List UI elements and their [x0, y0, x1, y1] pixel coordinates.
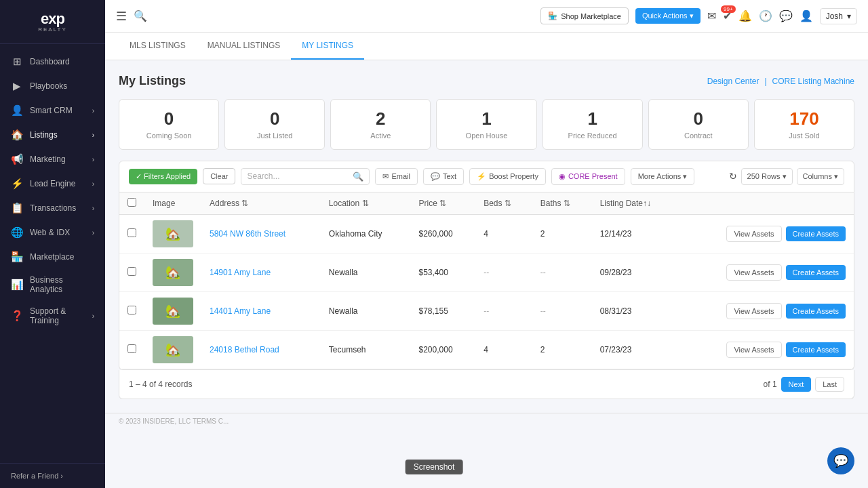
sidebar-item-label: Lead Engine: [30, 179, 75, 188]
tab-manual-listings[interactable]: MANUAL LISTINGS: [197, 33, 292, 60]
main-wrapper: ☰ 🔍 🏪 Shop Marketplace Quick Actions ▾ ✉…: [105, 0, 868, 488]
stat-card-just-listed[interactable]: 0 Just Listed: [224, 99, 325, 150]
address-link[interactable]: 5804 NW 86th Street: [210, 229, 285, 239]
boost-property-button[interactable]: ⚡ Boost Property: [469, 168, 546, 185]
next-button[interactable]: Next: [781, 377, 812, 392]
address-col-header[interactable]: Address ⇅: [201, 192, 321, 215]
sidebar-footer: Refer a Friend ›: [0, 463, 105, 488]
sidebar-item-playbooks[interactable]: ▶ Playbooks: [0, 74, 105, 98]
email-icon-topbar[interactable]: ✉: [707, 9, 716, 22]
stat-label-contract: Contract: [660, 131, 737, 140]
create-assets-button[interactable]: Create Assets: [786, 226, 846, 241]
columns-button[interactable]: Columns ▾: [797, 168, 844, 185]
more-actions-button[interactable]: More Actions ▾: [631, 168, 695, 185]
address-link[interactable]: 14901 Amy Lane: [210, 268, 271, 277]
table-body: 🏡 5804 NW 86th Street Oklahoma City $260…: [119, 214, 854, 369]
sidebar-item-label: Transactions: [30, 203, 76, 213]
hamburger-icon[interactable]: ☰: [116, 9, 127, 24]
text-icon: 💬: [431, 172, 440, 181]
chevron-right-icon: ›: [92, 156, 94, 163]
text-button[interactable]: 💬 Text: [423, 168, 464, 185]
filters-applied-button[interactable]: ✓ Filters Applied: [129, 169, 197, 184]
search-input[interactable]: [247, 171, 349, 181]
location-col-header[interactable]: Location ⇅: [321, 192, 411, 215]
stat-number-just-listed: 0: [236, 109, 313, 129]
sidebar-item-marketing[interactable]: 📢 Marketing ›: [0, 147, 105, 171]
stat-card-just-sold[interactable]: 170 Just Sold: [754, 99, 854, 150]
pagination-right: of 1 Next Last: [764, 377, 844, 392]
chat-icon[interactable]: 💬: [779, 9, 793, 22]
stat-label-just-sold: Just Sold: [766, 131, 843, 140]
email-button[interactable]: ✉ Email: [375, 168, 418, 185]
topbar: ☰ 🔍 🏪 Shop Marketplace Quick Actions ▾ ✉…: [105, 0, 868, 33]
stat-card-open-house[interactable]: 1 Open House: [436, 99, 536, 150]
row-baths-cell: --: [532, 253, 592, 291]
shop-marketplace-button[interactable]: 🏪 Shop Marketplace: [540, 7, 629, 24]
last-button[interactable]: Last: [815, 377, 844, 392]
row-checkbox[interactable]: [127, 344, 136, 353]
address-link[interactable]: 14401 Amy Lane: [210, 306, 271, 316]
bell-icon[interactable]: 🔔: [738, 9, 752, 22]
sidebar-item-smart-crm[interactable]: 👤 Smart CRM ›: [0, 98, 105, 123]
rows-button[interactable]: 250 Rows ▾: [741, 168, 793, 185]
sidebar-item-web-idx[interactable]: 🌐 Web & IDX ›: [0, 220, 105, 245]
row-listing-date-cell: 09/28/23: [592, 253, 679, 291]
create-assets-button[interactable]: Create Assets: [786, 265, 846, 280]
row-checkbox[interactable]: [127, 228, 136, 237]
core-listing-machine-link[interactable]: CORE Listing Machine: [772, 77, 854, 86]
row-checkbox-cell: [119, 330, 144, 369]
stat-card-coming-soon[interactable]: 0 Coming Soon: [119, 99, 219, 150]
row-checkbox[interactable]: [127, 306, 136, 314]
price-col-header[interactable]: Price ⇅: [411, 192, 476, 215]
stat-label-active: Active: [342, 131, 419, 140]
address-link[interactable]: 24018 Bethel Road: [210, 345, 279, 354]
sidebar-item-support-training[interactable]: ❓ Support & Training ›: [0, 300, 105, 331]
row-location-cell: Newalla: [321, 291, 411, 330]
row-baths-cell: --: [532, 291, 592, 330]
stat-card-active[interactable]: 2 Active: [330, 99, 431, 150]
select-all-checkbox[interactable]: [127, 198, 136, 207]
sidebar-item-transactions[interactable]: 📋 Transactions ›: [0, 196, 105, 220]
tab-my-listings[interactable]: MY LISTINGS: [291, 33, 364, 60]
refresh-icon[interactable]: ↻: [729, 171, 737, 182]
sidebar-item-lead-engine[interactable]: ⚡ Lead Engine ›: [0, 171, 105, 196]
create-assets-button[interactable]: Create Assets: [786, 342, 846, 357]
view-assets-button[interactable]: View Assets: [726, 342, 781, 358]
marketing-icon: 📢: [11, 153, 23, 165]
realty-logo-text: REALTY: [38, 26, 67, 33]
footer-text: © 2023 INSIDERE, LLC TERMS C...: [119, 418, 229, 425]
sidebar-item-marketplace[interactable]: 🏪 Marketplace: [0, 245, 105, 269]
exp-logo: exp REALTY: [33, 8, 73, 35]
clock-icon[interactable]: 🕐: [759, 9, 772, 22]
stat-card-contract[interactable]: 0 Contract: [648, 99, 749, 150]
sidebar-item-label: Marketing: [30, 155, 66, 164]
beds-col-header[interactable]: Beds ⇅: [475, 192, 532, 215]
sidebar-item-dashboard[interactable]: ⊞ Dashboard: [0, 49, 105, 74]
refer-friend-link[interactable]: Refer a Friend ›: [11, 472, 94, 480]
chevron-right-icon: ›: [92, 131, 94, 139]
view-assets-button[interactable]: View Assets: [726, 303, 781, 319]
notifications-icon[interactable]: ✔ 99+: [723, 9, 732, 22]
sidebar-item-business-analytics[interactable]: 📊 Business Analytics: [0, 269, 105, 300]
sidebar-item-listings[interactable]: 🏠 Listings ›: [0, 123, 105, 147]
chatbot-button[interactable]: 💬: [827, 447, 854, 474]
view-assets-button[interactable]: View Assets: [726, 264, 781, 281]
quick-actions-button[interactable]: Quick Actions ▾: [635, 8, 701, 24]
tab-mls-listings[interactable]: MLS LISTINGS: [119, 33, 197, 60]
page-content: My Listings Design Center | CORE Listing…: [105, 60, 868, 413]
search-icon-topbar[interactable]: 🔍: [134, 9, 147, 22]
listing-date-col-header[interactable]: Listing Date↑↓: [592, 192, 679, 215]
view-assets-button[interactable]: View Assets: [726, 226, 781, 242]
person-icon[interactable]: 👤: [800, 9, 813, 22]
create-assets-button[interactable]: Create Assets: [786, 304, 846, 319]
design-center-link[interactable]: Design Center: [707, 77, 760, 86]
support-icon: ❓: [11, 310, 23, 322]
core-present-button[interactable]: ◉ CORE Present: [551, 168, 625, 185]
stat-card-price-reduced[interactable]: 1 Price Reduced: [542, 99, 643, 150]
chevron-right-icon: ›: [92, 180, 94, 188]
user-menu-button[interactable]: Josh ▾: [820, 8, 857, 24]
row-checkbox[interactable]: [127, 267, 136, 276]
clear-button[interactable]: Clear: [203, 168, 235, 184]
baths-col-header[interactable]: Baths ⇅: [532, 192, 592, 215]
records-text: 1 – 4 of 4 records: [129, 380, 764, 389]
